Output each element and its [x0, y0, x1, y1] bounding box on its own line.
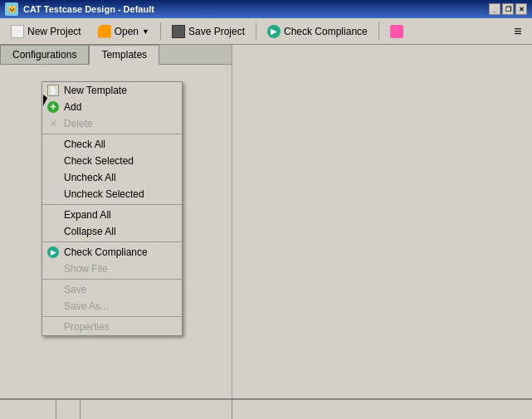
menu-item-label-show-file: Show File — [64, 263, 108, 275]
tab-configurations[interactable]: Configurations — [0, 45, 89, 64]
tab-content: 📄New Template+Add✕DeleteCheck AllCheck S… — [0, 65, 232, 398]
compliance-icon: ▶ — [267, 25, 281, 38]
open-icon — [98, 25, 111, 38]
context-menu: 📄New Template+Add✕DeleteCheck AllCheck S… — [41, 81, 183, 336]
menu-item-label-check-selected: Check Selected — [64, 155, 134, 167]
bottom-right-panel — [232, 400, 532, 419]
menu-item-check-all[interactable]: Check All — [42, 136, 182, 153]
menu-item-expand-all[interactable]: Expand All — [42, 207, 182, 223]
left-panel: Configurations Templates 📄New Template+A… — [0, 45, 232, 398]
bottom-left-panel: Rules P — [0, 400, 232, 419]
title-bar: 🐱 CAT Testcase Design - Default _ ❐ ✕ — [0, 0, 532, 18]
open-button[interactable]: Open ▼ — [90, 21, 157, 42]
menu-item-label-add: Add — [64, 101, 81, 113]
menu-item-label-collapse-all: Collapse All — [64, 226, 116, 237]
restore-button[interactable]: ❐ — [502, 3, 514, 15]
menu-item-label-uncheck-all: Uncheck All — [64, 172, 116, 183]
menu-sep-sep1 — [42, 134, 182, 134]
window-controls: _ ❐ ✕ — [489, 3, 527, 15]
menu-item-delete: ✕Delete — [42, 115, 182, 132]
main-area: Configurations Templates 📄New Template+A… — [0, 45, 532, 399]
menu-item-properties: Properties — [42, 319, 182, 335]
menu-item-label-expand-all: Expand All — [64, 209, 111, 221]
minimize-button[interactable]: _ — [489, 3, 500, 15]
toolbar: New Project Open ▼ Save Project ▶ Check … — [0, 18, 532, 45]
menu-item-label-save-as: Save As... — [64, 300, 109, 312]
toolbar-sep-1 — [160, 22, 161, 41]
menu-sep-sep4 — [42, 279, 182, 280]
menu-item-label-properties: Properties — [64, 321, 110, 333]
menu-sep-sep5 — [42, 316, 182, 317]
new-project-icon — [11, 25, 24, 38]
menu-item-uncheck-selected[interactable]: Uncheck Selected — [42, 186, 182, 202]
menu-item-label-new-template: New Template — [64, 85, 127, 96]
bottom-panel: Rules P — [0, 399, 532, 419]
window-title: CAT Testcase Design - Default — [23, 4, 489, 14]
menu-item-check-selected[interactable]: Check Selected — [42, 153, 182, 169]
menu-item-show-file: Show File — [42, 261, 182, 277]
menu-item-check-compliance[interactable]: ▶Check Compliance — [42, 244, 182, 261]
save-icon — [172, 25, 185, 38]
add-icon: + — [46, 100, 61, 114]
new-template-icon: 📄 — [46, 83, 61, 98]
new-project-button[interactable]: New Project — [3, 21, 89, 42]
toolbar-sep-2 — [256, 22, 256, 41]
delete-icon: ✕ — [46, 116, 61, 131]
tab-bar: Configurations Templates — [0, 45, 232, 65]
menu-item-collapse-all[interactable]: Collapse All — [42, 223, 182, 240]
menu-item-new-template[interactable]: 📄New Template — [42, 82, 182, 99]
app-icon: 🐱 — [5, 2, 18, 16]
menu-item-label-delete: Delete — [64, 118, 93, 129]
menu-sep-sep2 — [42, 204, 182, 205]
menu-sep-sep3 — [42, 241, 182, 242]
menu-item-save-as: Save As... — [42, 298, 182, 314]
toolbar-sep-3 — [378, 22, 379, 41]
right-panel — [232, 45, 532, 398]
menu-item-label-uncheck-selected: Uncheck Selected — [64, 188, 144, 200]
check-compliance-button[interactable]: ▶ Check Compliance — [260, 21, 375, 42]
menu-item-label-save: Save — [64, 284, 86, 295]
menu-button[interactable]: ≡ — [507, 21, 529, 42]
open-arrow: ▼ — [142, 27, 149, 36]
tab-rules[interactable]: Rules — [0, 400, 56, 419]
menu-item-label-check-all: Check All — [64, 139, 105, 150]
tab-p[interactable]: P — [56, 400, 81, 419]
placeholder-button[interactable] — [383, 21, 411, 42]
menu-item-uncheck-all[interactable]: Uncheck All — [42, 169, 182, 186]
placeholder-icon — [390, 25, 403, 38]
tab-templates[interactable]: Templates — [89, 45, 159, 65]
menu-item-label-check-compliance: Check Compliance — [64, 246, 148, 258]
compliance-icon: ▶ — [46, 245, 61, 260]
menu-item-add[interactable]: +Add — [42, 99, 182, 115]
save-project-button[interactable]: Save Project — [164, 21, 252, 42]
close-button[interactable]: ✕ — [515, 3, 527, 15]
menu-item-save: Save — [42, 281, 182, 298]
